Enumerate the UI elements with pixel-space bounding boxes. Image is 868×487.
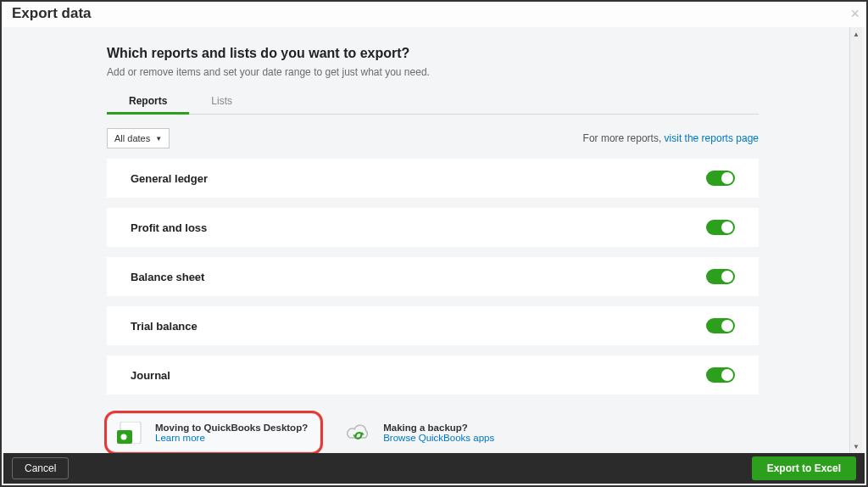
scroll-up-icon[interactable]: ▲ — [850, 27, 862, 41]
report-label: Balance sheet — [131, 271, 204, 283]
report-row: Trial balance — [107, 306, 759, 345]
promo-row: Moving to QuickBooks Desktop? Learn more… — [107, 413, 759, 452]
tab-label: Lists — [211, 95, 232, 107]
report-toggle[interactable] — [706, 220, 735, 235]
page-subheading: Add or remove items and set your date ra… — [107, 66, 759, 78]
reports-list: General ledger Profit and loss Balance s… — [107, 159, 759, 395]
promo-learn-more-link[interactable]: Learn more — [155, 433, 205, 443]
dialog-footer: Cancel Export to Excel — [3, 453, 865, 484]
promo-desktop[interactable]: Moving to QuickBooks Desktop? Learn more — [107, 413, 320, 452]
promo-title: Moving to QuickBooks Desktop? — [155, 423, 308, 433]
date-range-dropdown[interactable]: All dates ▼ — [107, 128, 170, 148]
date-range-value: All dates — [114, 133, 150, 143]
export-data-dialog: Export data × ▲ ▼ Which reports and list… — [0, 0, 868, 487]
report-row: Profit and loss — [107, 208, 759, 247]
report-label: Journal — [131, 369, 170, 382]
titlebar: Export data × — [2, 2, 866, 27]
tab-label: Reports — [129, 95, 167, 107]
tab-lists[interactable]: Lists — [189, 90, 254, 114]
svg-point-2 — [121, 434, 127, 440]
report-toggle[interactable] — [706, 269, 735, 284]
report-row: General ledger — [107, 159, 759, 198]
chevron-down-icon: ▼ — [155, 135, 162, 143]
dialog-title: Export data — [12, 5, 92, 22]
tabs: Reports Lists — [107, 90, 759, 115]
report-row: Balance sheet — [107, 257, 759, 296]
scrollbar[interactable]: ▲ ▼ — [849, 27, 862, 453]
cloud-sync-icon — [344, 421, 373, 445]
export-to-excel-button[interactable]: Export to Excel — [752, 456, 856, 480]
cancel-button[interactable]: Cancel — [12, 457, 69, 479]
reports-page-link[interactable]: visit the reports page — [665, 132, 759, 144]
promo-browse-apps-link[interactable]: Browse QuickBooks apps — [383, 433, 494, 443]
promo-backup[interactable]: Making a backup? Browse QuickBooks apps — [336, 413, 506, 452]
report-label: General ledger — [131, 172, 208, 185]
close-icon[interactable]: × — [850, 6, 860, 21]
toolbar: All dates ▼ For more reports, visit the … — [107, 128, 759, 148]
more-reports-hint: For more reports, visit the reports page — [583, 132, 759, 144]
scroll-down-icon[interactable]: ▼ — [850, 439, 862, 453]
promo-title: Making a backup? — [383, 423, 494, 433]
report-toggle[interactable] — [706, 171, 735, 186]
report-label: Trial balance — [131, 320, 198, 333]
report-toggle[interactable] — [706, 367, 735, 383]
report-row: Journal — [107, 355, 759, 395]
report-label: Profit and loss — [131, 221, 207, 234]
desktop-box-icon — [116, 421, 145, 445]
report-toggle[interactable] — [706, 318, 735, 333]
tab-reports[interactable]: Reports — [107, 90, 189, 114]
dialog-body: Which reports and lists do you want to e… — [5, 27, 848, 455]
page-heading: Which reports and lists do you want to e… — [107, 46, 759, 61]
